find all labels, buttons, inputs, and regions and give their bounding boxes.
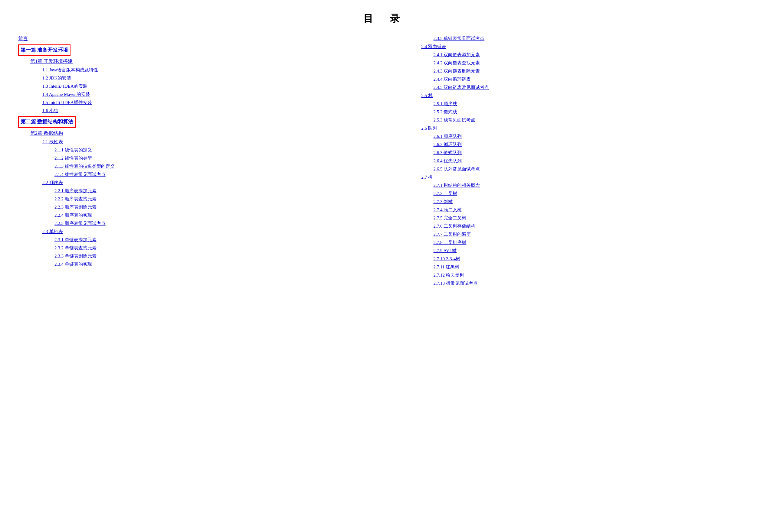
toc-item: 2.4.2 双向链表查找元素 bbox=[397, 59, 752, 67]
toc-link[interactable]: 2.1 线性表 bbox=[42, 138, 373, 146]
toc-right: 2.3.5 单链表常见面试考点2.4 双向链表2.4.1 双向链表添加元素2.4… bbox=[385, 34, 752, 287]
toc-item: 2.1.1 线性表的定义 bbox=[18, 146, 373, 154]
toc-link[interactable]: 1.3 IntelliJ IDEA的安装 bbox=[42, 82, 373, 90]
toc-link[interactable]: 2.7.3 斜树 bbox=[434, 198, 752, 206]
toc-link[interactable]: 2.2.5 顺序表常见面试考点 bbox=[54, 219, 373, 228]
toc-item: 2.2.2 顺序表查找元素 bbox=[18, 195, 373, 203]
toc-link[interactable]: 第二篇 数据结构和算法 bbox=[18, 116, 76, 128]
toc-item: 2.7.7 二叉树的遍历 bbox=[397, 230, 752, 238]
toc-item: 2.1.2 线性表的类型 bbox=[18, 154, 373, 162]
toc-item: 2.3.4 单链表的实现 bbox=[18, 260, 373, 268]
toc-link[interactable]: 2.3.5 单链表常见面试考点 bbox=[434, 34, 752, 43]
toc-item: 1.6 小结 bbox=[18, 107, 373, 115]
toc-link[interactable]: 2.7.8 二叉排序树 bbox=[434, 238, 752, 247]
toc-item: 第一篇 准备开发环境 bbox=[18, 43, 373, 57]
toc-item: 2.6.3 链式队列 bbox=[397, 149, 752, 157]
toc-link[interactable]: 2.4.1 双向链表添加元素 bbox=[434, 51, 752, 59]
toc-link[interactable]: 1.1 Java语言版本构成及特性 bbox=[42, 66, 373, 74]
toc-link[interactable]: 2.7.10 2-3-4树 bbox=[434, 255, 752, 263]
toc-link[interactable]: 2.3.2 单链表查找元素 bbox=[54, 244, 373, 252]
toc-link[interactable]: 2.6.1 顺序队列 bbox=[434, 132, 752, 141]
toc-link[interactable]: 2.1.1 线性表的定义 bbox=[54, 146, 373, 154]
toc-item: 1.5 IntelliJ IDEA插件安装 bbox=[18, 99, 373, 107]
toc-item: 2.7 树 bbox=[397, 173, 752, 181]
toc-item: 2.7.8 二叉排序树 bbox=[397, 238, 752, 247]
toc-item: 2.1 线性表 bbox=[18, 138, 373, 146]
toc-item: 2.6.1 顺序队列 bbox=[397, 132, 752, 141]
toc-link[interactable]: 2.7.6 二叉树存储结构 bbox=[434, 222, 752, 230]
toc-item: 2.3.2 单链表查找元素 bbox=[18, 244, 373, 252]
toc-link[interactable]: 1.2 JDK的安装 bbox=[42, 74, 373, 82]
toc-link[interactable]: 2.3.4 单链表的实现 bbox=[54, 260, 373, 268]
toc-link[interactable]: 2.7.7 二叉树的遍历 bbox=[434, 230, 752, 238]
toc-item: 2.1.3 线性表的抽象类型的定义 bbox=[18, 162, 373, 170]
toc-link[interactable]: 2.5.3 栈常见面试考点 bbox=[434, 116, 752, 124]
toc-link[interactable]: 2.3 单链表 bbox=[42, 228, 373, 236]
toc-link[interactable]: 2.2 顺序表 bbox=[42, 179, 373, 187]
toc-link[interactable]: 2.4.5 双向链表常见面试考点 bbox=[434, 83, 752, 92]
toc-item: 前言 bbox=[18, 34, 373, 43]
toc-link[interactable]: 2.7.4 满二叉树 bbox=[434, 206, 752, 214]
toc-link[interactable]: 2.1.2 线性表的类型 bbox=[54, 154, 373, 162]
toc-item: 2.6 队列 bbox=[397, 124, 752, 132]
page-title: 目 录 bbox=[18, 12, 752, 25]
toc-link[interactable]: 2.7.13 树常见面试考点 bbox=[434, 279, 752, 287]
toc-item: 2.5.1 顺序栈 bbox=[397, 100, 752, 108]
toc-link[interactable]: 2.3.1 单链表添加元素 bbox=[54, 236, 373, 244]
toc-item: 2.7.9 AVL树 bbox=[397, 247, 752, 255]
toc-item: 2.4.4 双向循环链表 bbox=[397, 75, 752, 83]
toc-link[interactable]: 前言 bbox=[18, 34, 373, 43]
toc-item: 2.7.1 树结构的相关概念 bbox=[397, 181, 752, 190]
toc-link[interactable]: 1.6 小结 bbox=[42, 107, 373, 115]
toc-link[interactable]: 2.6.5 队列常见面试考点 bbox=[434, 165, 752, 173]
toc-container: 前言第一篇 准备开发环境第1章 开发环境搭建1.1 Java语言版本构成及特性1… bbox=[18, 34, 752, 287]
toc-item: 2.4.1 双向链表添加元素 bbox=[397, 51, 752, 59]
toc-link[interactable]: 2.7.12 哈夫曼树 bbox=[434, 271, 752, 279]
toc-link[interactable]: 2.6.2 循环队列 bbox=[434, 141, 752, 149]
toc-item: 2.2 顺序表 bbox=[18, 179, 373, 187]
toc-link[interactable]: 2.2.3 顺序表删除元素 bbox=[54, 203, 373, 211]
toc-link[interactable]: 第一篇 准备开发环境 bbox=[18, 44, 70, 56]
toc-link[interactable]: 1.4 Apache Maven的安装 bbox=[42, 90, 373, 99]
toc-item: 1.2 JDK的安装 bbox=[18, 74, 373, 82]
toc-item: 2.4 双向链表 bbox=[397, 43, 752, 51]
toc-link[interactable]: 2.2.1 顺序表添加元素 bbox=[54, 187, 373, 195]
toc-item: 2.7.10 2-3-4树 bbox=[397, 255, 752, 263]
toc-item: 2.2.4 顺序表的实现 bbox=[18, 211, 373, 219]
toc-link[interactable]: 2.7.11 红黑树 bbox=[434, 263, 752, 271]
toc-item: 2.7.3 斜树 bbox=[397, 198, 752, 206]
toc-link[interactable]: 2.7.2 二叉树 bbox=[434, 190, 752, 198]
toc-item: 第二篇 数据结构和算法 bbox=[18, 115, 373, 129]
toc-link[interactable]: 2.6 队列 bbox=[421, 124, 752, 132]
toc-link[interactable]: 2.7.1 树结构的相关概念 bbox=[434, 181, 752, 190]
toc-link[interactable]: 2.6.3 链式队列 bbox=[434, 149, 752, 157]
toc-link[interactable]: 2.4.2 双向链表查找元素 bbox=[434, 59, 752, 67]
toc-link[interactable]: 2.5.2 链式栈 bbox=[434, 108, 752, 116]
toc-link[interactable]: 2.4 双向链表 bbox=[421, 43, 752, 51]
toc-link[interactable]: 第2章 数据结构 bbox=[30, 129, 373, 138]
toc-item: 2.3.1 单链表添加元素 bbox=[18, 236, 373, 244]
toc-item: 2.6.4 优先队列 bbox=[397, 157, 752, 165]
toc-link[interactable]: 2.5 栈 bbox=[421, 92, 752, 100]
toc-item: 2.5.3 栈常见面试考点 bbox=[397, 116, 752, 124]
toc-left: 前言第一篇 准备开发环境第1章 开发环境搭建1.1 Java语言版本构成及特性1… bbox=[18, 34, 385, 287]
toc-item: 2.7.5 完全二叉树 bbox=[397, 214, 752, 222]
toc-link[interactable]: 2.3.3 单链表删除元素 bbox=[54, 252, 373, 260]
toc-link[interactable]: 2.4.3 双向链表删除元素 bbox=[434, 67, 752, 75]
toc-link[interactable]: 2.5.1 顺序栈 bbox=[434, 100, 752, 108]
toc-link[interactable]: 2.2.2 顺序表查找元素 bbox=[54, 195, 373, 203]
toc-link[interactable]: 2.4.4 双向循环链表 bbox=[434, 75, 752, 83]
toc-link[interactable]: 2.7.5 完全二叉树 bbox=[434, 214, 752, 222]
toc-link[interactable]: 2.7.9 AVL树 bbox=[434, 247, 752, 255]
toc-link[interactable]: 1.5 IntelliJ IDEA插件安装 bbox=[42, 99, 373, 107]
toc-link[interactable]: 2.1.3 线性表的抽象类型的定义 bbox=[54, 162, 373, 170]
toc-link[interactable]: 2.1.4 线性表常见面试考点 bbox=[54, 170, 373, 179]
toc-link[interactable]: 第1章 开发环境搭建 bbox=[30, 57, 373, 66]
toc-item: 1.4 Apache Maven的安装 bbox=[18, 90, 373, 99]
toc-item: 2.5.2 链式栈 bbox=[397, 108, 752, 116]
toc-item: 第2章 数据结构 bbox=[18, 129, 373, 138]
toc-link[interactable]: 2.7 树 bbox=[421, 173, 752, 181]
toc-link[interactable]: 2.6.4 优先队列 bbox=[434, 157, 752, 165]
toc-item: 2.3.3 单链表删除元素 bbox=[18, 252, 373, 260]
toc-link[interactable]: 2.2.4 顺序表的实现 bbox=[54, 211, 373, 219]
